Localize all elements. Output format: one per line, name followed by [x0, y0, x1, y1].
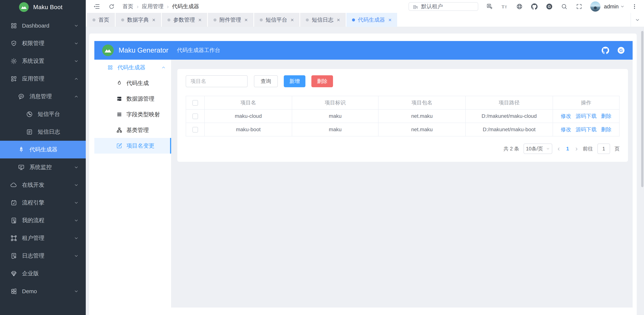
tab-attachment-management[interactable]: 附件管理 ×	[208, 13, 254, 27]
sidebar-item-tenant-management[interactable]: 租户管理	[0, 229, 86, 247]
diamond-icon	[10, 270, 17, 277]
toolbar: 查询 新增 删除	[186, 75, 620, 87]
current-page[interactable]: 1	[565, 146, 570, 152]
sidebar-item-code-generator[interactable]: 代码生成器	[0, 141, 86, 158]
generator-menu-group[interactable]: 代码生成器	[94, 60, 171, 75]
github-icon[interactable]	[602, 46, 609, 54]
delete-button[interactable]: 删除	[311, 75, 333, 87]
sidebar-item-system-settings[interactable]: 系统设置	[0, 52, 86, 70]
app-logo[interactable]: Maku Boot	[0, 0, 86, 14]
sidebar-item-label: Dashboard	[22, 22, 50, 29]
sidebar-item-system-monitor[interactable]: 系统监控	[0, 158, 86, 176]
row-checkbox[interactable]	[192, 127, 198, 132]
sidebar-item-app-management[interactable]: 应用管理	[0, 70, 86, 88]
sidebar-item-demo[interactable]: Demo	[0, 282, 86, 300]
gitee-icon[interactable]: G	[546, 3, 552, 10]
document-check-icon	[10, 252, 17, 259]
close-icon[interactable]: ×	[244, 17, 248, 23]
sidebar-item-log-management[interactable]: 日志管理	[0, 247, 86, 265]
tab-dot	[92, 18, 96, 22]
avatar[interactable]	[590, 1, 600, 12]
flame-icon	[116, 80, 122, 86]
edit-link[interactable]: 修改	[561, 126, 571, 132]
sidebar-item-sms-log[interactable]: 短信日志	[0, 123, 86, 141]
cell-project-path: D:/makunet/maku-cloud	[466, 110, 553, 123]
close-icon[interactable]: ×	[198, 17, 202, 23]
breadcrumb-app-management[interactable]: 应用管理	[142, 3, 164, 10]
cell-actions: 修改源码下载删除	[553, 110, 620, 123]
sidebar-item-enterprise[interactable]: 企业版	[0, 265, 86, 282]
cell-project-path: D:/makunet/maku-boot	[466, 123, 553, 136]
close-icon[interactable]: ×	[337, 17, 340, 23]
source-download-link[interactable]: 源码下载	[576, 113, 596, 119]
grid-icon	[10, 22, 17, 29]
kebab-menu-icon[interactable]	[632, 4, 637, 9]
tab-parameter-management[interactable]: 参数管理 ×	[162, 13, 207, 27]
delete-link[interactable]: 删除	[601, 113, 611, 119]
user-name[interactable]: admin	[604, 4, 619, 10]
goto-page-input[interactable]	[598, 144, 610, 154]
tenant-select[interactable]: 默认租户	[408, 2, 478, 11]
tab-dot	[306, 18, 309, 22]
edit-link[interactable]: 修改	[561, 113, 571, 119]
github-icon[interactable]	[531, 3, 538, 10]
tabs-bar: 首页 数据字典 × 参数管理 × 附件管理 × 短信平台 ×	[86, 13, 644, 27]
rocket-icon	[18, 146, 24, 153]
row-checkbox[interactable]	[192, 114, 198, 119]
sidebar-item-permission[interactable]: 权限管理	[0, 34, 86, 52]
tab-sms-log[interactable]: 短信日志 ×	[300, 13, 346, 27]
sidebar-item-label: 消息管理	[30, 93, 52, 100]
sidebar-item-my-workflow[interactable]: 我的流程	[0, 212, 86, 229]
sidebar-item-label: 系统监控	[30, 164, 52, 171]
close-icon[interactable]: ×	[291, 17, 294, 23]
refresh-icon[interactable]	[108, 4, 115, 10]
cell-project-package: net.maku	[378, 123, 466, 136]
font-size-icon[interactable]: TT	[501, 3, 508, 10]
generator-menu-code-generation[interactable]: 代码生成	[94, 75, 171, 91]
document-user-icon	[10, 217, 17, 224]
close-icon[interactable]: ×	[388, 17, 392, 23]
svg-text:G: G	[548, 4, 551, 8]
breadcrumb-home[interactable]: 首页	[122, 3, 133, 10]
search-icon[interactable]	[561, 3, 567, 10]
page-scrollbar[interactable]	[641, 31, 644, 187]
gitee-icon[interactable]: G	[617, 46, 625, 54]
tenant-value: 默认租户	[421, 3, 443, 10]
generator-menu-field-type-mapping[interactable]: 字段类型映射	[94, 106, 171, 122]
generator-menu-project-rename[interactable]: 项目名变更	[94, 138, 171, 154]
page-size-select[interactable]: 10条/页	[524, 144, 552, 154]
project-name-input[interactable]	[186, 75, 248, 87]
generator-menu-datasource[interactable]: 数据源管理	[94, 91, 171, 106]
delete-link[interactable]: 删除	[601, 126, 611, 132]
next-page-button[interactable]: ›	[575, 146, 578, 152]
tab-code-generator[interactable]: 代码生成器 ×	[346, 13, 397, 27]
select-all-checkbox[interactable]	[192, 100, 198, 106]
menu-fold-icon[interactable]	[93, 3, 100, 10]
query-button[interactable]: 查询	[254, 75, 278, 87]
sidebar-item-online-dev[interactable]: 在线开发	[0, 176, 86, 194]
tab-sms-platform[interactable]: 短信平台 ×	[254, 13, 300, 27]
topbar: 首页 › 应用管理 › 代码生成器 默认租户 TT G	[86, 0, 644, 13]
maku-generator-logo-icon	[102, 44, 114, 56]
globe-icon[interactable]	[516, 3, 522, 10]
sidebar-item-dashboard[interactable]: Dashboard	[0, 17, 86, 34]
total-count: 共 2 条	[504, 146, 519, 152]
source-download-link[interactable]: 源码下载	[576, 126, 596, 132]
sidebar-item-message-management[interactable]: 消息管理	[0, 88, 86, 105]
fullscreen-icon[interactable]	[576, 3, 582, 10]
add-button[interactable]: 新增	[284, 75, 306, 87]
tab-data-dictionary[interactable]: 数据字典 ×	[116, 13, 161, 27]
tabs-more-dropdown[interactable]	[630, 13, 644, 27]
tab-dot	[352, 18, 355, 22]
generator-menu-base-class[interactable]: 基类管理	[94, 122, 171, 138]
sidebar-item-sms-platform[interactable]: 短信平台	[0, 105, 86, 123]
translate-icon[interactable]	[486, 3, 493, 10]
prev-page-button[interactable]: ‹	[557, 146, 560, 152]
chevron-down-icon	[635, 17, 640, 22]
close-icon[interactable]: ×	[152, 17, 156, 23]
tab-home[interactable]: 首页	[87, 13, 115, 27]
menu-item-label: 代码生成	[126, 80, 149, 87]
chevron-down-icon	[74, 254, 79, 258]
chevron-down-icon[interactable]	[620, 4, 624, 9]
sidebar-item-workflow-engine[interactable]: 流程引擎	[0, 194, 86, 212]
